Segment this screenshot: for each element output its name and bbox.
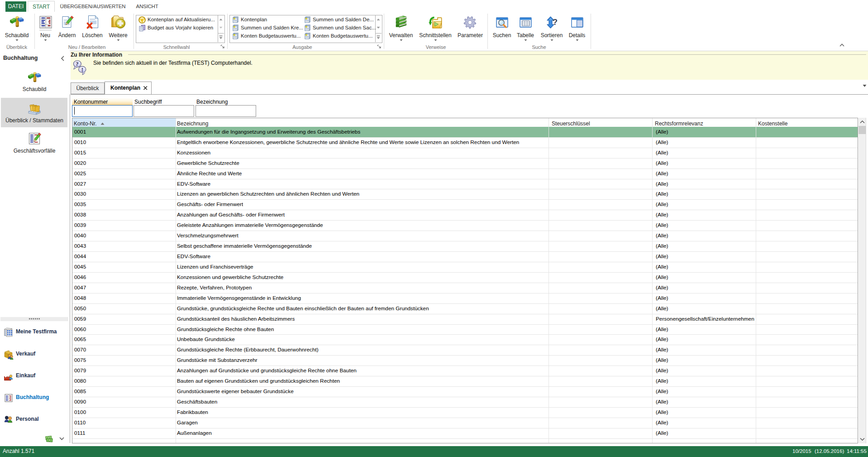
svg-text:?: ? <box>76 61 78 67</box>
svg-text:!: ! <box>81 67 83 73</box>
svg-text:?: ? <box>553 18 558 27</box>
